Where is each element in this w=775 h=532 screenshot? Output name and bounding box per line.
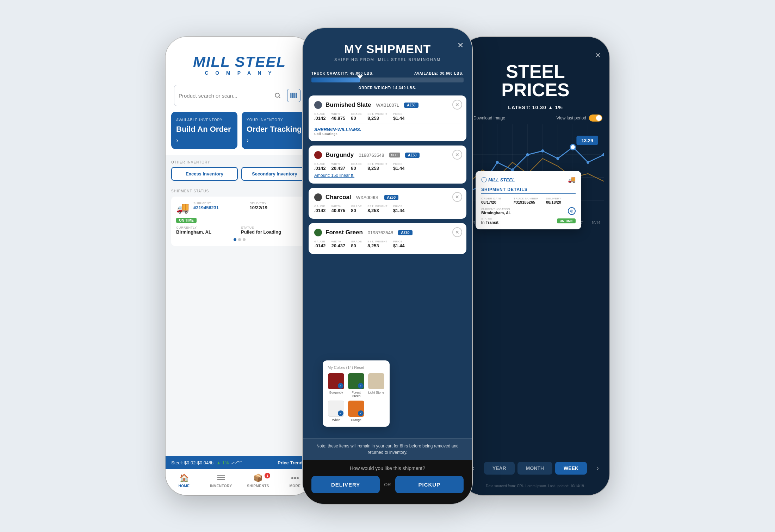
sdc-order-date-label: ORDER DATE xyxy=(481,197,511,200)
grade-badge-fg: AZ50 xyxy=(398,230,412,235)
barcode-icon[interactable] xyxy=(287,89,300,102)
est-weight-label-fg: EST. WEIGHT xyxy=(367,240,388,243)
truck-capacity-label: TRUCK CAPACITY: 45,000 LBS. xyxy=(311,72,374,75)
sdc-truck-icon: 🚚 xyxy=(568,176,576,184)
shipment-title: MY SHIPMENT xyxy=(311,42,464,56)
gauge-label-slate: GAUGE xyxy=(314,112,326,116)
color-item-forestgreen[interactable]: ✓ Forest Green xyxy=(348,373,365,398)
left-phone: MILL STEEL C O M P A N Y xyxy=(166,37,314,495)
logo-text: MILL STEEL xyxy=(174,55,305,69)
price-label-slate: PRICE xyxy=(393,112,405,116)
or-text: OR xyxy=(384,482,391,487)
inventory-cards: AVAILABLE INVENTORY Build An Order › YOU… xyxy=(166,112,314,155)
price-bar: Steel: $0.02-$0.04/lb ▲ 1% Price Trends … xyxy=(166,456,314,469)
color-label-lightstone: Light Stone xyxy=(368,391,384,394)
excess-inventory-button[interactable]: Excess Inventory xyxy=(171,167,238,181)
progress-fill xyxy=(311,78,360,82)
chart-nav: ‹ YEAR MONTH WEEK › xyxy=(461,457,609,481)
width-label-burg: WIDTH xyxy=(331,162,346,166)
gauge-val-slate: .0142 xyxy=(314,116,326,121)
est-weight-label-char: EST. WEIGHT xyxy=(367,205,388,208)
download-button[interactable]: ⬇ Download Image xyxy=(469,116,505,120)
color-item-white[interactable]: ✓ White xyxy=(328,401,345,422)
price-label-char: PRICE xyxy=(393,205,405,208)
est-weight-label-burg: EST. WEIGHT xyxy=(367,162,388,166)
swatch-lightstone xyxy=(368,373,384,389)
remove-charcoal[interactable]: ✕ xyxy=(452,192,462,202)
width-val-char: 40.875 xyxy=(331,208,346,213)
month-button[interactable]: MONTH xyxy=(517,462,552,475)
width-label-char: WIDTH xyxy=(331,205,346,208)
nav-inventory[interactable]: INVENTORY xyxy=(203,474,240,488)
grade-val-slate: 80 xyxy=(351,116,362,121)
gauge-val-burg: .0142 xyxy=(314,166,326,171)
grade-val-burg: 80 xyxy=(351,166,362,171)
color-item-lightstone[interactable]: Light Stone xyxy=(367,373,385,398)
sdc-title: SHIPMENT DETAILS xyxy=(481,187,576,194)
capacity-section: TRUCK CAPACITY: 45,000 LBS. AVAILABLE: 3… xyxy=(303,67,472,95)
sdc-on-time-badge: ON TIME xyxy=(557,218,576,223)
est-weight-label-slate: EST. WEIGHT xyxy=(367,112,388,116)
amount-text[interactable]: Amount: 150 linear ft. xyxy=(314,173,461,178)
grade-badge-slate: AZ50 xyxy=(404,103,418,108)
week-button[interactable]: WEEK xyxy=(555,462,587,475)
sdc-status-value: In Transit xyxy=(481,220,498,224)
right-close-button[interactable]: ✕ xyxy=(595,51,601,60)
svg-rect-6 xyxy=(294,93,295,98)
inventory-icon xyxy=(217,474,225,483)
order-tracking-card[interactable]: YOUR INVENTORY Order Tracking › xyxy=(242,112,308,149)
pickup-button[interactable]: PICKUP xyxy=(395,476,464,493)
year-button[interactable]: YEAR xyxy=(484,462,515,475)
color-label-orange: Orange xyxy=(351,418,361,422)
gauge-val-char: .0142 xyxy=(314,208,326,213)
secondary-inventory-button[interactable]: Secondary Inventory xyxy=(241,167,308,181)
item-name-burgundy: Burgundy xyxy=(326,151,354,159)
note-section: Note: these items will remain in your ca… xyxy=(303,438,472,460)
item-forestgreen: ✕ Forest Green 0198763548 AZ50 GAUGE.014… xyxy=(309,223,466,254)
remove-burnished-slate[interactable]: ✕ xyxy=(452,100,462,110)
search-icon[interactable] xyxy=(271,89,284,102)
on-time-badge: ON TIME xyxy=(176,218,197,223)
color-item-burgundy[interactable]: ✓ Burgundy xyxy=(328,373,345,398)
note-text: Note: these items will remain in your ca… xyxy=(311,443,464,456)
shipment-status-label: SHIPMENT STATUS xyxy=(171,189,308,193)
price-bar-label: Steel: $0.02-$0.04/lb xyxy=(171,460,213,465)
nav-home[interactable]: 🏠 HOME xyxy=(166,474,203,488)
sherwin-text: SHERWIN-WILLIAMS. xyxy=(314,127,461,132)
gauge-label-char: GAUGE xyxy=(314,205,326,208)
nav-shipments-label: SHIPMENTS xyxy=(247,484,269,488)
grade-label-fg: GRADE xyxy=(351,240,362,243)
item-name-charcoal: Charcoal xyxy=(326,194,351,201)
shipment-number: #319456231 xyxy=(193,205,247,210)
center-header: ✕ MY SHIPMENT SHIPPING FROM: MILL STEEL … xyxy=(303,28,472,67)
sherwin-williams-logo: SHERWIN-WILLIAMS. Coil Coatings xyxy=(314,124,461,136)
width-val-slate: 40.875 xyxy=(331,116,346,121)
svg-point-28 xyxy=(526,153,529,156)
download-label: Download Image xyxy=(473,116,505,120)
remove-forestgreen[interactable]: ✕ xyxy=(452,227,462,237)
status-label: STATUS xyxy=(241,226,303,229)
view-last-label: View last period xyxy=(557,116,587,120)
toggle-switch[interactable] xyxy=(589,115,602,122)
item-name-fg: Forest Green xyxy=(326,229,363,236)
color-dot-fg xyxy=(314,229,322,236)
price-val-char: $1.44 xyxy=(393,208,405,213)
latest-value: 10.30 xyxy=(532,105,546,110)
remove-burgundy[interactable]: ✕ xyxy=(452,150,462,160)
close-button[interactable]: ✕ xyxy=(457,41,464,50)
progress-marker xyxy=(357,75,363,79)
latest-change: ▲ 1% xyxy=(548,105,563,110)
color-item-orange[interactable]: ✓ Orange xyxy=(348,401,365,422)
steel-prices-title: STEEL PRICES xyxy=(467,62,604,99)
chart-next-arrow[interactable]: › xyxy=(593,460,602,476)
svg-point-0 xyxy=(275,93,279,97)
color-dot-slate xyxy=(314,101,322,109)
search-input[interactable] xyxy=(179,93,268,99)
build-order-card[interactable]: AVAILABLE INVENTORY Build An Order › xyxy=(171,112,237,149)
bottom-nav: 🏠 HOME INVENTORY 📦 1 xyxy=(166,469,314,495)
delivery-button[interactable]: DELIVERY xyxy=(311,476,380,493)
left-header: MILL STEEL C O M P A N Y xyxy=(166,37,314,81)
item-burnished-slate: ✕ Burnished Slate WXB1007L AZ50 GAUGE.01… xyxy=(309,95,466,141)
currently-label: CURRENTLY xyxy=(176,226,238,229)
nav-shipments[interactable]: 📦 1 SHIPMENTS xyxy=(240,474,277,488)
